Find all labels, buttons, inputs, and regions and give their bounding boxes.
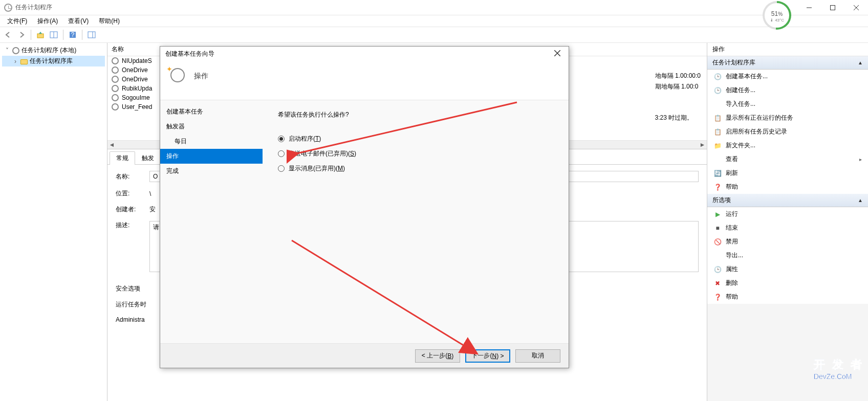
actions-section-library[interactable]: 任务计划程序库 ▲ bbox=[707, 56, 868, 70]
radio-icon[interactable] bbox=[278, 136, 285, 142]
help-button[interactable]: ? bbox=[67, 29, 79, 41]
author-value: 安 bbox=[149, 205, 156, 214]
action-label: 导入任务... bbox=[726, 100, 755, 108]
scheduler-icon bbox=[12, 47, 19, 54]
dialog-header-title: 操作 bbox=[194, 72, 208, 81]
performance-percent: 51% bbox=[771, 9, 783, 18]
tab-triggers[interactable]: 触发 bbox=[135, 151, 161, 165]
panes-icon bbox=[50, 31, 58, 39]
action-label: 刷新 bbox=[726, 169, 738, 177]
actions-panel: 操作 任务计划程序库 ▲ 🕒创建基本任务... 🕒创建任务... 导入任务...… bbox=[707, 43, 868, 401]
back-button[interactable]: < 上一步(B) bbox=[415, 349, 460, 363]
cancel-button[interactable]: 取消 bbox=[515, 349, 560, 363]
next-button[interactable]: 下一步(N) > bbox=[465, 349, 510, 363]
action-disable[interactable]: 🚫禁用 bbox=[707, 235, 868, 249]
radio-icon[interactable] bbox=[278, 165, 285, 172]
wizard-step-daily[interactable]: 每日 bbox=[160, 134, 263, 149]
performance-indicator[interactable]: 51% 🌡 43°C bbox=[763, 1, 791, 30]
panes-icon bbox=[88, 31, 96, 39]
dialog-title-bar[interactable]: 创建基本任务向导 bbox=[160, 47, 569, 61]
stop-icon: ■ bbox=[713, 224, 722, 232]
action-export[interactable]: 导出... bbox=[707, 249, 868, 262]
detail-pane-button[interactable] bbox=[48, 29, 60, 41]
dialog-body: 创建基本任务 触发器 每日 操作 完成 希望该任务执行什么操作? 启动程序(T)… bbox=[160, 100, 569, 343]
action-label: 查看 bbox=[726, 155, 738, 164]
svg-text:?: ? bbox=[71, 31, 75, 38]
action-label: 新文件夹... bbox=[726, 141, 755, 150]
scroll-right-icon[interactable]: ► bbox=[698, 141, 707, 148]
folder-up-icon bbox=[36, 31, 45, 39]
option-display-message[interactable]: 显示消息(已弃用)(M) bbox=[278, 161, 553, 176]
nav-forward-button[interactable] bbox=[15, 29, 28, 41]
action-label: 禁用 bbox=[726, 237, 738, 246]
task-name: OneDrive bbox=[122, 66, 148, 74]
task-name: NIUpdateS bbox=[122, 57, 152, 64]
tree-library[interactable]: › 任务计划程序库 bbox=[2, 56, 105, 66]
option-send-email[interactable]: 发送电子邮件(已弃用)(S) bbox=[278, 146, 553, 161]
action-properties[interactable]: 🕒属性 bbox=[707, 262, 868, 276]
list-icon: 📋 bbox=[713, 114, 722, 122]
action-run[interactable]: ▶运行 bbox=[707, 207, 868, 221]
disable-icon: 🚫 bbox=[713, 238, 722, 246]
svg-rect-1 bbox=[831, 6, 835, 10]
menu-view[interactable]: 查看(V) bbox=[63, 16, 94, 27]
action-help[interactable]: ❓帮助 bbox=[707, 290, 868, 304]
name-label: 名称: bbox=[116, 172, 141, 181]
action-show-running[interactable]: 📋显示所有正在运行的任务 bbox=[707, 111, 868, 125]
svg-rect-9 bbox=[88, 32, 95, 38]
action-create-basic-task[interactable]: 🕒创建基本任务... bbox=[707, 70, 868, 83]
collapse-icon[interactable]: ▲ bbox=[858, 197, 863, 203]
app-icon bbox=[4, 4, 12, 12]
clock-icon: 🕒 bbox=[713, 86, 722, 95]
trigger-column: 地每隔 1.00:00:0 期地每隔 1.00:0 3:23 时过期。 bbox=[653, 70, 707, 124]
dialog-close-button[interactable] bbox=[551, 48, 563, 59]
minimize-button[interactable] bbox=[797, 0, 821, 15]
svg-rect-4 bbox=[37, 34, 44, 38]
option-start-program[interactable]: 启动程序(T) bbox=[278, 131, 553, 146]
refresh-icon: 🔄 bbox=[713, 169, 722, 177]
action-label: 帮助 bbox=[726, 293, 738, 301]
action-enable-history[interactable]: 📋启用所有任务历史记录 bbox=[707, 125, 868, 139]
tree-expand-icon[interactable]: › bbox=[12, 58, 18, 65]
action-end[interactable]: ■结束 bbox=[707, 221, 868, 235]
action-help[interactable]: ❓帮助 bbox=[707, 180, 868, 194]
action-new-folder[interactable]: 📁新文件夹... bbox=[707, 139, 868, 152]
tree-root[interactable]: ˅ 任务计划程序 (本地) bbox=[2, 45, 105, 56]
action-import-task[interactable]: 导入任务... bbox=[707, 97, 868, 111]
wizard-step-finish[interactable]: 完成 bbox=[160, 164, 263, 179]
menu-file[interactable]: 文件(F) bbox=[2, 16, 32, 27]
close-button[interactable] bbox=[844, 0, 868, 15]
menu-action[interactable]: 操作(A) bbox=[32, 16, 63, 27]
nav-back-button[interactable] bbox=[2, 29, 14, 41]
wizard-step-create[interactable]: 创建基本任务 bbox=[160, 104, 263, 119]
task-icon bbox=[112, 103, 119, 110]
wizard-step-action[interactable]: 操作 bbox=[160, 149, 263, 164]
action-view[interactable]: 查看▸ bbox=[707, 152, 868, 166]
tree-collapse-icon[interactable]: ˅ bbox=[4, 47, 10, 54]
action-refresh[interactable]: 🔄刷新 bbox=[707, 166, 868, 180]
wizard-step-trigger[interactable]: 触发器 bbox=[160, 119, 263, 134]
task-icon bbox=[112, 66, 119, 74]
close-icon bbox=[854, 5, 859, 10]
radio-icon[interactable] bbox=[278, 150, 285, 157]
tree-panel: ˅ 任务计划程序 (本地) › 任务计划程序库 bbox=[0, 43, 107, 401]
dialog-title: 创建基本任务向导 bbox=[165, 50, 214, 58]
wizard-icon: ✦ bbox=[170, 68, 187, 84]
maximize-button[interactable] bbox=[821, 0, 844, 15]
properties-icon: 🕒 bbox=[713, 265, 722, 274]
action-delete[interactable]: ✖删除 bbox=[707, 276, 868, 290]
action-create-task[interactable]: 🕒创建任务... bbox=[707, 83, 868, 97]
delete-icon: ✖ bbox=[713, 279, 722, 287]
task-icon bbox=[112, 76, 119, 83]
arrow-left-icon bbox=[4, 31, 12, 39]
trigger-text: 地每隔 1.00:00:0 bbox=[655, 71, 701, 81]
up-button[interactable] bbox=[34, 29, 47, 41]
menu-help[interactable]: 帮助(H) bbox=[94, 16, 125, 27]
scroll-left-icon[interactable]: ◄ bbox=[107, 141, 116, 148]
actions-section-selected[interactable]: 所选项 ▲ bbox=[707, 194, 868, 207]
action-pane-button[interactable] bbox=[85, 29, 98, 41]
tab-general[interactable]: 常规 bbox=[110, 151, 135, 165]
collapse-icon[interactable]: ▲ bbox=[858, 60, 863, 65]
section-label: 任务计划程序库 bbox=[712, 58, 755, 67]
dialog-header: ✦ 操作 bbox=[160, 61, 569, 100]
